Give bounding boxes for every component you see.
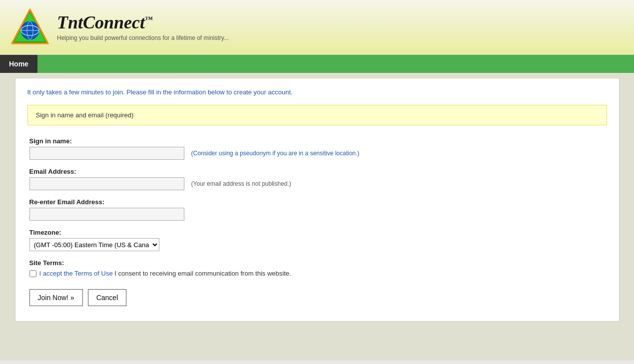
terms-link[interactable]: I accept the Terms of Use [39, 270, 113, 277]
logo-container: TntConnect™ Helping you build powerful c… [10, 7, 229, 47]
sign-in-name-input[interactable] [29, 147, 184, 160]
terms-row: I accept the Terms of Use I consent to r… [29, 270, 605, 277]
timezone-label: Timezone: [29, 229, 605, 236]
cancel-button[interactable]: Cancel [88, 289, 127, 306]
button-row: Join Now! » Cancel [29, 289, 605, 306]
sign-in-name-group: Sign in name: (Consider using a pseudony… [29, 137, 605, 160]
alert-box: Sign in name and email (required) [27, 105, 607, 125]
sign-in-name-row: (Consider using a pseudonym if you are i… [29, 147, 605, 160]
sign-in-name-label: Sign in name: [29, 137, 605, 145]
email-hint: (Your email address is not published.) [191, 180, 291, 187]
terms-checkbox[interactable] [29, 270, 36, 277]
main-wrapper: It only takes a few minutes to join. Ple… [0, 73, 634, 361]
logo-text: TntConnect™ Helping you build powerful c… [57, 13, 229, 42]
content-card: It only takes a few minutes to join. Ple… [15, 78, 620, 322]
site-terms-section: Site Terms: I accept the Terms of Use I … [29, 259, 605, 277]
timezone-select[interactable]: (GMT -05:00) Eastern Time (US & Canada) … [29, 238, 159, 251]
re-email-label: Re-enter Email Address: [29, 198, 605, 206]
navbar: Home [0, 55, 634, 73]
email-label: Email Address: [29, 168, 605, 175]
timezone-group: Timezone: (GMT -05:00) Eastern Time (US … [29, 229, 605, 251]
email-row: (Your email address is not published.) [29, 177, 605, 190]
nav-home[interactable]: Home [0, 55, 37, 73]
intro-text: It only takes a few minutes to join. Ple… [27, 88, 607, 96]
logo-icon [10, 7, 50, 47]
re-email-input[interactable] [29, 208, 184, 221]
terms-text: I accept the Terms of Use I consent to r… [39, 270, 291, 277]
email-group: Email Address: (Your email address is no… [29, 168, 605, 190]
sign-in-name-hint: (Consider using a pseudonym if you are i… [191, 150, 360, 157]
email-input[interactable] [29, 177, 184, 190]
app-subtitle: Helping you build powerful connections f… [57, 34, 229, 41]
join-now-button[interactable]: Join Now! » [29, 289, 83, 306]
re-email-group: Re-enter Email Address: [29, 198, 605, 221]
page-header: TntConnect™ Helping you build powerful c… [0, 0, 634, 55]
site-terms-label: Site Terms: [29, 259, 605, 267]
app-title: TntConnect™ [57, 13, 229, 33]
registration-form: Sign in name: (Consider using a pseudony… [27, 137, 607, 306]
re-email-row [29, 208, 605, 221]
